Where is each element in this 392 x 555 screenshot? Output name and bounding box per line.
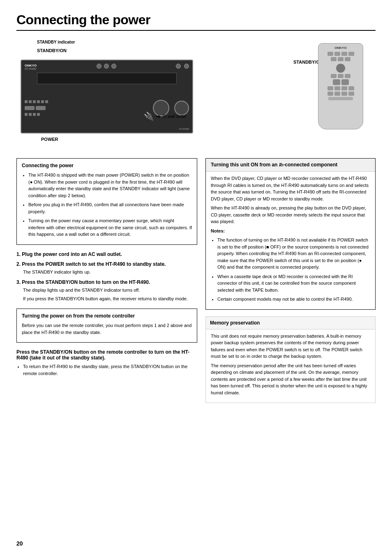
step-3: 3. Press the STANDBY/ON button to turn o… [16, 279, 197, 302]
remote-instruction-area: Press the STANDBY/ON button on the remot… [16, 349, 197, 377]
ri-title-text: Turning this unit ON from an RI-connecte… [211, 162, 337, 168]
receiver-diagram-area: STANDBY indicator STANDBY/ON ONKYO HT-R4… [16, 39, 318, 134]
memory-title: Memory preservation [206, 317, 375, 329]
receiver-display [37, 73, 177, 84]
bullet-2: Before you plug in the HT-R490, confirm … [28, 201, 192, 215]
note-2: When a cassette tape deck or MD recorder… [217, 273, 370, 294]
step-1-title: 1. Plug the power cord into an AC wall o… [16, 251, 197, 257]
connecting-power-bullets: The HT-R490 is shipped with the main pow… [28, 172, 192, 238]
remote-bullet: To return the HT-R490 to the standby sta… [23, 363, 197, 377]
standby-indicator-label: STANDBY indicator [37, 40, 75, 44]
notes-list: The function of turning on the HT-R490 i… [217, 237, 370, 303]
receiver-image: ONKYO HT-R490 [21, 60, 193, 134]
step-1-text: Plug the power cord into an AC wall outl… [22, 251, 122, 257]
step-3-title: 3. Press the STANDBY/ON button to turn o… [16, 279, 197, 285]
remote-instruction-title: Press the STANDBY/ON button on the remot… [16, 349, 197, 361]
remote-diagram-area: STANDBY/ON ONKYO [318, 39, 376, 129]
page-title: Connecting the power [16, 12, 376, 31]
right-column: Turning this unit ON from an RI-connecte… [205, 158, 376, 403]
content-area: Connecting the power The HT-R490 is ship… [16, 158, 376, 403]
ri-connected-box: Turning this unit ON from an RI-connecte… [205, 158, 376, 310]
plug-icon: 🔌 [144, 111, 154, 121]
step-3-desc2: If you press the STANDBY/ON button again… [23, 295, 197, 302]
remote-logo: ONKYO [321, 46, 360, 50]
ri-body-1: When the DVD player, CD player or MD rec… [211, 175, 370, 202]
remote-section-title: Turning the power on from the remote con… [22, 313, 192, 319]
ri-connected-title: Turning this unit ON from an RI-connecte… [206, 159, 375, 172]
note-3: Certain component models may not be able… [217, 296, 370, 303]
step-3-number: 3. [16, 279, 21, 285]
step-1: 1. Plug the power cord into an AC wall o… [16, 251, 197, 257]
remote-image: ONKYO [318, 43, 363, 129]
memory-box: Memory preservation This unit does not r… [205, 316, 376, 403]
ri-body-2: When the HT-R490 is already on, pressing… [211, 205, 370, 225]
power-label: POWER [41, 137, 58, 142]
outlet-connector: 🔌 ➔ To wall outlet [144, 111, 186, 121]
notes-title: Notes: [211, 228, 370, 235]
step-3-desc1: The display lights up and the STANDBY in… [23, 287, 197, 294]
memory-body-1: This unit does not require memory preser… [211, 333, 370, 360]
remote-section-intro: Before you can use the remote controller… [22, 322, 192, 336]
step-2: 2. Press the POWER switch to set the HT-… [16, 261, 197, 276]
connecting-power-title: Connecting the power [22, 163, 192, 168]
step-1-number: 1. [16, 251, 21, 257]
page-number: 20 [16, 540, 23, 547]
wall-outlet-label: To wall outlet [162, 114, 186, 119]
standby-on-label: STANDBY/ON [37, 48, 67, 53]
step-2-number: 2. [16, 261, 21, 267]
step-2-desc: The STANDBY indicator lights up. [23, 269, 197, 276]
memory-body-2: The memory preservation period after the… [211, 362, 370, 396]
bullet-1: The HT-R490 is shipped with the main pow… [28, 172, 192, 199]
memory-body: This unit does not require memory preser… [206, 333, 375, 396]
left-column: Connecting the power The HT-R490 is ship… [16, 158, 197, 403]
note-1: The function of turning on the HT-R490 i… [217, 237, 370, 271]
remote-section-box: Turning the power on from the remote con… [16, 309, 197, 343]
diagram-area: STANDBY indicator STANDBY/ON ONKYO HT-R4… [16, 39, 376, 146]
bullet-3: Turning on the power may cause a momenta… [28, 217, 192, 238]
connecting-power-box: Connecting the power The HT-R490 is ship… [16, 158, 197, 245]
step-2-text: Press the POWER switch to set the HT-R49… [22, 261, 166, 267]
step-2-title: 2. Press the POWER switch to set the HT-… [16, 261, 197, 267]
arrow-icon: ➔ [156, 113, 161, 120]
model-text: HT-R490 [179, 128, 189, 130]
step-3-text: Press the STANDBY/ON button to turn on t… [22, 279, 150, 285]
